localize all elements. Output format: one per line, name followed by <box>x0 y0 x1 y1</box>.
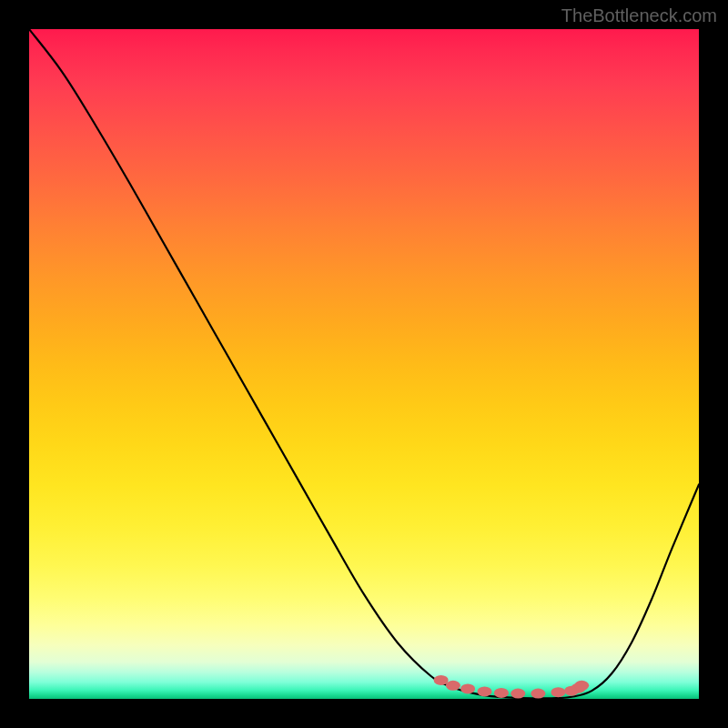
highlight-dots-group <box>434 675 590 699</box>
highlight-dot <box>477 686 491 696</box>
highlight-dot <box>494 688 509 698</box>
highlight-dot <box>511 689 525 699</box>
chart-svg <box>29 29 699 699</box>
highlight-dot <box>574 681 589 691</box>
highlight-dot <box>531 689 545 699</box>
highlight-dot <box>551 687 565 697</box>
chart-plot-area <box>29 29 699 699</box>
highlight-dot <box>460 683 475 693</box>
highlight-dot <box>434 675 449 685</box>
highlight-dot <box>446 681 460 691</box>
bottleneck-curve-path <box>29 29 699 698</box>
attribution-text: TheBottleneck.com <box>561 5 717 26</box>
